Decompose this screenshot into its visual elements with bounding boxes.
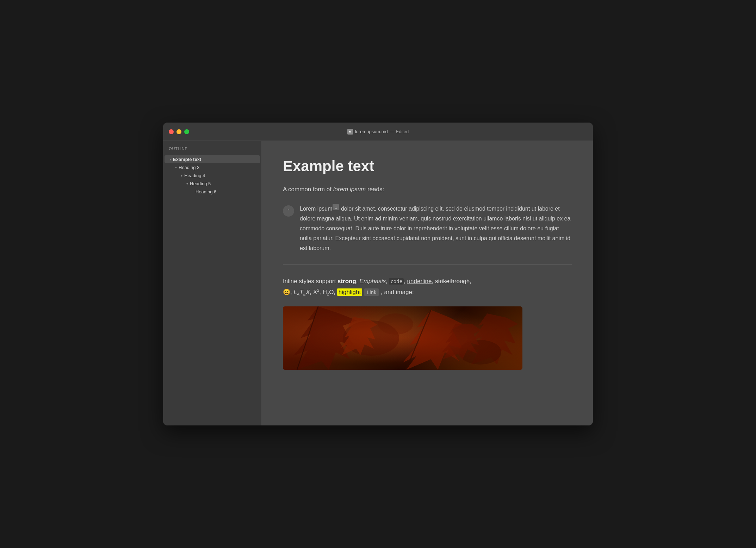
inline-sep5: , [470,278,471,285]
inline-underline: underline [407,278,432,285]
filename-label: lorem-ipsum.md [355,129,388,134]
horizontal-rule [283,264,572,265]
app-window: M lorem-ipsum.md — Edited OUTLINE ▾ Exam… [163,123,593,425]
quote-text: Lorem ipsum1 dolor sit amet, consectetur… [300,204,572,253]
inline-sep9: O, [329,289,337,295]
blockquote: " Lorem ipsum1 dolor sit amet, consectet… [283,204,572,253]
inline-emoji: 😆 [283,289,290,295]
intro-paragraph: A common form of lorem ipsum reads: [283,185,572,194]
sidebar-item-label: Heading 4 [184,173,205,178]
sidebar-item-heading4[interactable]: ▾ Heading 4 [165,172,260,179]
sidebar-item-label: Heading 6 [196,189,216,194]
sidebar-item-heading6[interactable]: ▾ Heading 6 [165,188,260,195]
quote-text-after: dolor sit amet, consectetur adipiscing e… [300,206,570,251]
quote-icon: " [283,205,294,217]
intro-suffix: reads: [366,186,384,193]
inline-highlight: highlight [337,288,362,296]
sidebar-title: OUTLINE [163,147,261,155]
chevron-down-icon: ▾ [167,156,173,162]
leaf-illustration [283,306,522,370]
sidebar-item-label: Heading 3 [179,165,199,170]
inline-sep2: , [386,278,389,285]
edited-badge: — Edited [390,129,409,134]
sidebar-item-label: Example text [173,157,201,162]
document-title: Example text [283,158,572,175]
traffic-lights [169,129,189,134]
sidebar: OUTLINE ▾ Example text ▾ Heading 3 ▾ Hea… [163,141,262,425]
inline-emphasis: Emphasis [359,278,386,285]
inline-sep4: , [432,278,435,285]
titlebar: M lorem-ipsum.md — Edited [163,123,593,141]
sidebar-item-label: Heading 5 [190,181,211,186]
intro-italic: lorem ipsum [333,186,366,193]
chevron-down-icon: ▾ [184,181,190,186]
chevron-down-icon: ▾ [179,173,184,178]
footnote-badge: 1 [333,204,339,210]
inline-link[interactable]: Link [364,288,379,296]
file-icon: M [347,129,353,135]
inline-strikethrough: strikethrough [435,278,470,285]
inline-sep1: , [356,278,359,285]
inline-sep3: , [404,278,407,285]
latex-e: E [303,292,306,296]
svg-rect-5 [283,306,522,370]
document-image [283,306,522,370]
inline-sep7: , X [310,289,317,295]
intro-prefix: A common form of [283,186,333,193]
main-layout: OUTLINE ▾ Example text ▾ Heading 3 ▾ Hea… [163,141,593,425]
chevron-down-icon: ▾ [173,164,179,170]
sidebar-item-heading3[interactable]: ▾ Heading 3 [165,163,260,171]
inline-sep8: , H [319,289,327,295]
document-content: Example text A common form of lorem ipsu… [262,141,593,425]
inline-styles-paragraph: Inline styles support strong, Emphasis, … [283,276,572,298]
quote-text-before: Lorem ipsum [300,206,332,212]
fullscreen-button[interactable] [184,129,189,134]
sidebar-item-heading5[interactable]: ▾ Heading 5 [165,180,260,187]
close-button[interactable] [169,129,174,134]
titlebar-center: M lorem-ipsum.md — Edited [347,129,409,135]
minimize-button[interactable] [176,129,181,134]
inline-strong: strong [337,278,356,285]
inline-code: code [389,278,404,285]
inline-suffix: , and image: [379,289,414,295]
sidebar-item-example-text[interactable]: ▾ Example text [165,155,260,163]
inline-prefix: Inline styles support [283,278,337,285]
inline-latex: LATEX [293,289,310,295]
